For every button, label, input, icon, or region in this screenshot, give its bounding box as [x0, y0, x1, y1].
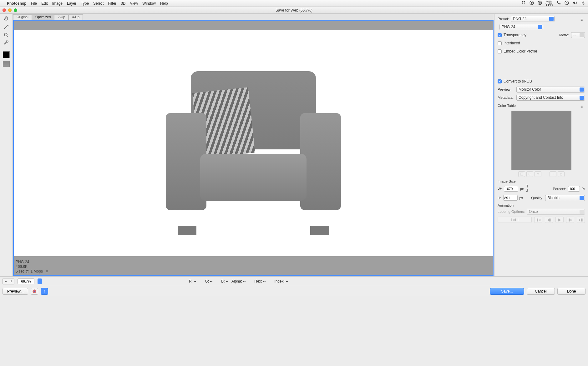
- transparency-checkbox[interactable]: Transparency: [498, 33, 526, 37]
- tab-4up[interactable]: 4-Up: [68, 14, 83, 20]
- embed-profile-checkbox[interactable]: Embed Color Profile: [498, 49, 537, 53]
- svg-point-4: [4, 33, 7, 36]
- convert-srgb-checkbox[interactable]: Convert to sRGB: [498, 79, 532, 83]
- readout-hex: Hex: --: [254, 279, 266, 283]
- save-button[interactable]: Save...: [490, 288, 524, 295]
- percent-input[interactable]: [568, 186, 580, 192]
- settings-panel: Preset: PNG-24 PNG-24 Transparency Matte…: [494, 14, 588, 276]
- menu-file[interactable]: File: [31, 1, 37, 6]
- readout-index: Index: --: [274, 279, 288, 283]
- last-frame-icon: ▸▮: [577, 217, 585, 223]
- action-bar: Preview... ⁝ Save... Cancel Done: [0, 286, 588, 296]
- quality-select[interactable]: Bicubic: [545, 195, 585, 201]
- hand-tool-icon[interactable]: [1, 15, 11, 23]
- looping-select: Once: [527, 209, 585, 215]
- menu-window[interactable]: Window: [142, 1, 156, 6]
- w-unit: px: [520, 187, 524, 191]
- close-window-icon[interactable]: [3, 8, 6, 12]
- preview-tabs: Original Optimized 2-Up 4-Up: [13, 14, 494, 20]
- color-table-label: Color Table: [498, 104, 516, 108]
- dropbox-icon[interactable]: [521, 0, 526, 6]
- pct-unit: %: [582, 187, 585, 191]
- browser-preview-icon[interactable]: [31, 288, 38, 295]
- cancel-button[interactable]: Cancel: [527, 288, 555, 295]
- bluetooth-icon[interactable]: [580, 0, 585, 6]
- ct-web-icon: [526, 171, 533, 177]
- toggle-slices-icon[interactable]: [3, 61, 10, 67]
- preview-label: Preview:: [498, 88, 514, 91]
- zoom-window-icon[interactable]: [14, 8, 17, 12]
- menu-type[interactable]: Type: [81, 1, 89, 6]
- zoom-stepper[interactable]: − +: [3, 278, 14, 284]
- window-titlebar[interactable]: Save for Web (66.7%): [0, 7, 588, 14]
- preset-select[interactable]: PNG-24: [511, 16, 555, 22]
- foreground-color-swatch[interactable]: [3, 51, 10, 58]
- preview-select[interactable]: Monitor Color: [516, 87, 585, 93]
- ct-map-icon: [518, 171, 525, 177]
- globe-icon[interactable]: [537, 0, 542, 6]
- browser-select-icon[interactable]: ⁝: [41, 288, 48, 295]
- menu-image[interactable]: Image: [52, 1, 63, 6]
- save-for-web-window: Save for Web (66.7%) Original Optimized …: [0, 7, 588, 296]
- interlaced-checkbox[interactable]: Interlaced: [498, 41, 520, 45]
- volume-icon[interactable]: [572, 0, 577, 6]
- width-input[interactable]: [504, 186, 518, 192]
- memory-indicator[interactable]: MEM99%: [545, 0, 553, 6]
- color-table[interactable]: [511, 111, 571, 170]
- done-button[interactable]: Done: [557, 288, 585, 295]
- app-name[interactable]: Photoshop: [7, 1, 27, 6]
- menu-help[interactable]: Help: [160, 1, 168, 6]
- tab-original[interactable]: Original: [13, 14, 32, 20]
- slice-tool-icon[interactable]: [1, 23, 11, 31]
- file-size: 466.8K: [16, 264, 50, 269]
- canvas-area: Original Optimized 2-Up 4-Up PNG-24: [13, 14, 494, 276]
- preview-button[interactable]: Preview...: [3, 288, 28, 295]
- color-table-menu-icon[interactable]: [580, 104, 585, 107]
- phone-icon[interactable]: [556, 0, 561, 6]
- readout-b: B: --: [221, 279, 228, 283]
- preview-viewport[interactable]: PNG-24 466.8K 6 sec @ 1 Mbps: [13, 20, 494, 276]
- panel-menu-icon[interactable]: [580, 18, 585, 20]
- constrain-proportions-icon[interactable]: [525, 184, 530, 193]
- file-info-menu-icon[interactable]: [46, 269, 50, 272]
- prev-frame-icon: ◂▮: [545, 217, 553, 223]
- zoom-select-icon[interactable]: [38, 278, 42, 284]
- menu-filter[interactable]: Filter: [108, 1, 116, 6]
- cc-icon[interactable]: [529, 0, 534, 6]
- h-label: H:: [498, 196, 501, 200]
- ct-trash-icon: [558, 171, 565, 177]
- menu-3d[interactable]: 3D: [121, 1, 125, 6]
- image-canvas: [14, 30, 493, 256]
- timemachine-icon[interactable]: [564, 0, 569, 6]
- format-select[interactable]: PNG-24: [499, 24, 543, 30]
- matte-label: Matte:: [559, 33, 569, 37]
- metadata-select[interactable]: Copyright and Contact Info: [516, 95, 585, 101]
- zoom-input[interactable]: [18, 278, 34, 284]
- macos-menubar: Photoshop File Edit Image Layer Type Sel…: [0, 0, 588, 7]
- preset-label: Preset:: [498, 17, 509, 21]
- svg-rect-5: [520, 173, 523, 175]
- ct-lock-icon: [535, 171, 541, 177]
- metadata-label: Metadata:: [498, 96, 514, 99]
- menu-edit[interactable]: Edit: [41, 1, 48, 6]
- play-icon: ▶: [555, 217, 564, 223]
- file-speed: 6 sec @ 1 Mbps: [16, 269, 43, 273]
- menu-view[interactable]: View: [130, 1, 138, 6]
- readout-g: G: --: [205, 279, 212, 283]
- matte-select[interactable]: --: [571, 32, 585, 38]
- zoom-in-icon[interactable]: +: [8, 278, 14, 284]
- tab-optimized[interactable]: Optimized: [32, 14, 54, 20]
- image-size-label: Image Size: [498, 179, 585, 183]
- w-label: W:: [498, 187, 502, 191]
- eyedropper-tool-icon[interactable]: [1, 39, 11, 47]
- info-bar: − + R: -- G: -- B: -- Alpha: -- Hex: -- …: [0, 276, 588, 286]
- minimize-window-icon[interactable]: [8, 8, 12, 12]
- menu-layer[interactable]: Layer: [67, 1, 76, 6]
- menu-select[interactable]: Select: [93, 1, 104, 6]
- zoom-out-icon[interactable]: −: [3, 278, 8, 284]
- height-input[interactable]: [503, 195, 518, 201]
- sofa-image: [166, 66, 341, 229]
- tab-2up[interactable]: 2-Up: [54, 14, 68, 20]
- zoom-tool-icon[interactable]: [1, 31, 11, 39]
- looping-label: Looping Options:: [498, 210, 525, 213]
